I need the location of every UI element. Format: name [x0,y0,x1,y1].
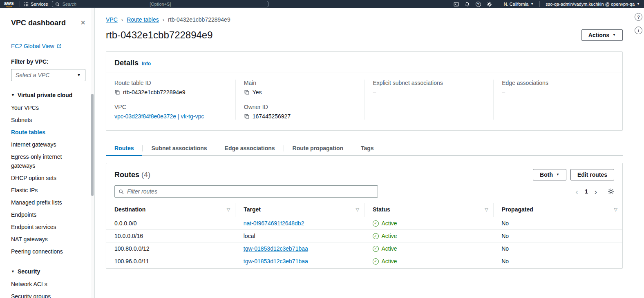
table-preferences-gear-icon[interactable] [608,188,614,195]
chevron-down-icon: ▼ [77,73,81,77]
tab-routes[interactable]: Routes [106,141,142,156]
breadcrumb: VPC › Route tables › rtb-0432e1cbb722894… [106,16,623,23]
divider [498,1,498,7]
column-header-target[interactable]: Target ▽ [235,203,364,217]
main-value: Yes [253,89,262,96]
tab-tags[interactable]: Tags [352,141,382,156]
help-icon[interactable]: ? [476,2,481,7]
scrollbar-thumb[interactable] [91,94,94,196]
global-search-input[interactable]: Search [Option+S] [52,1,268,7]
chevron-down-icon: ▼ [11,269,15,274]
propagated-cell: No [493,217,622,230]
copy-icon[interactable] [114,89,120,95]
sidebar-item-internet-gateways[interactable]: Internet gateways [11,138,85,151]
field-label: Route table ID [114,80,227,86]
sidebar-item-nat-gateways[interactable]: NAT gateways [11,233,85,245]
sidebar-item-your-vpcs[interactable]: Your VPCs [11,102,85,114]
edit-routes-button[interactable]: Edit routes [570,169,614,180]
help-panel-icon[interactable]: ? [635,13,642,21]
region-selector[interactable]: N. California ▼ [504,2,534,7]
vpc-nav-list: Your VPCs Subnets Route tables Internet … [11,102,85,258]
account-menu[interactable]: sso-qa-admin/vadym.kuchkin @ openvpn-qa … [546,2,640,7]
external-link-icon [57,44,62,49]
chevron-down-icon: ▼ [556,173,559,176]
target-text: local [244,233,255,239]
account-label: sso-qa-admin/vadym.kuchkin @ openvpn-qa [546,2,635,7]
sort-filter-icon: ▽ [485,207,488,212]
column-header-status[interactable]: Status ▽ [364,203,494,217]
chevron-down-icon: ▼ [637,2,640,6]
field-label: Owner ID [244,104,356,110]
sidebar-item-elastic-ips[interactable]: Elastic IPs [11,184,85,196]
tab-edge-associations[interactable]: Edge associations [216,141,284,156]
explicit-subnet-associations-value: – [373,89,376,96]
page-number[interactable]: 1 [585,188,588,195]
sidebar-item-security-groups[interactable]: Security groups [11,290,85,298]
right-rail: ? i [635,13,642,34]
sidebar-item-endpoints[interactable]: Endpoints [11,209,85,221]
sidebar-item-peering-connections[interactable]: Peering connections [11,245,85,258]
vpc-link[interactable]: vpc-03d23f84f8e0e372e | vk-tg-vpc [114,113,204,120]
destination-cell: 0.0.0.0/0 [106,217,235,230]
route-row: 100.80.0.0/12 tgw-01853d12c3eb71baa ✓Act… [106,242,622,255]
section-security[interactable]: ▼ Security [11,268,85,275]
breadcrumb-vpc[interactable]: VPC [106,16,118,23]
target-link[interactable]: tgw-01853d12c3eb71baa [244,245,308,252]
sort-filter-icon: ▽ [614,207,617,212]
search-placeholder: Search [62,2,76,7]
edge-associations-value: – [502,89,505,96]
tab-route-propagation[interactable]: Route propagation [284,141,352,156]
cloudshell-icon[interactable] [454,2,459,7]
settings-gear-icon[interactable] [487,2,492,7]
breadcrumb-route-tables[interactable]: Route tables [127,16,159,23]
copy-icon[interactable] [244,89,250,95]
status-text: Active [382,220,397,227]
copy-icon[interactable] [244,113,250,119]
destination-cell: 10.0.0.0/16 [106,230,235,242]
both-dropdown[interactable]: Both ▼ [533,169,566,180]
destination-cell: 100.80.0.0/12 [106,242,235,255]
sidebar-item-egress-only-internet-gateways[interactable]: Egress-only internet gateways [11,151,85,172]
sidebar-item-managed-prefix-lists[interactable]: Managed prefix lists [11,196,85,209]
status-text: Active [382,245,397,252]
vpc-select[interactable]: Select a VPC ▼ [11,69,85,81]
details-card: Details Info Route table ID rtb-0432e1cb… [106,51,623,131]
sidebar-item-network-acls[interactable]: Network ACLs [11,278,85,290]
target-link[interactable]: nat-0f9674691f2648db2 [244,220,304,227]
prev-page-icon[interactable]: ‹ [576,188,578,196]
tab-subnet-associations[interactable]: Subnet associations [143,141,215,156]
search-icon [55,2,60,7]
section-virtual-private-cloud[interactable]: ▼ Virtual private cloud [11,92,85,98]
routes-count: (4) [141,171,150,179]
notifications-bell-icon[interactable] [465,2,470,7]
search-shortcut: [Option+S] [150,2,171,7]
column-header-propagated[interactable]: Propagated ▽ [493,203,622,217]
services-label: Services [31,2,48,7]
sidebar-item-route-tables[interactable]: Route tables [11,126,85,138]
filter-routes-input[interactable]: Filter routes [114,185,378,198]
next-page-icon[interactable]: › [595,188,597,196]
services-menu[interactable]: Services [24,2,48,7]
tabs: Routes Subnet associations Edge associat… [106,141,623,156]
ec2-global-view-link[interactable]: EC2 Global View [11,43,62,49]
target-link[interactable]: tgw-01853d12c3eb71baa [244,258,308,265]
chevron-down-icon: ▼ [11,93,15,97]
topbar: aws Services Search [Option+S] [0,0,644,8]
sidebar-item-endpoint-services[interactable]: Endpoint services [11,221,85,233]
field-label: VPC [114,104,227,110]
aws-smile-icon [6,5,12,7]
info-link[interactable]: Info [142,61,151,67]
sidebar-title: VPC dashboard [11,19,66,27]
main-content: VPC › Route tables › rtb-0432e1cbb722894… [95,8,644,269]
divider [539,1,540,7]
column-header-destination[interactable]: Destination ▽ [106,203,235,217]
actions-button[interactable]: Actions ▼ [581,29,623,41]
info-panel-icon[interactable]: i [635,27,642,34]
routes-table: Destination ▽ Target ▽ Status ▽ Propagat… [106,203,622,267]
sidebar-item-dhcp-option-sets[interactable]: DHCP option sets [11,172,85,184]
close-icon[interactable]: × [80,19,85,26]
sidebar-item-subnets[interactable]: Subnets [11,114,85,126]
routes-title: Routes (4) [114,171,150,179]
aws-logo[interactable]: aws [4,1,14,7]
aws-logo-text: aws [4,1,14,5]
